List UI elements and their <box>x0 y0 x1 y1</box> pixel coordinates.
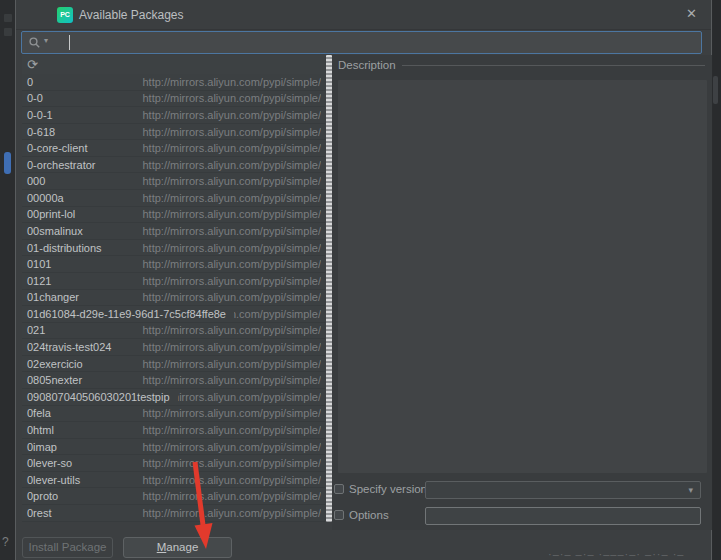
pycharm-icon: PC <box>57 7 73 23</box>
package-repo-url: http://mirrors.aliyun.com/pypi/simple/ <box>143 490 322 502</box>
list-item[interactable]: 0-618http://mirrors.aliyun.com/pypi/simp… <box>22 124 325 141</box>
search-input[interactable] <box>78 33 692 54</box>
package-repo-url: http://mirrors.aliyun.com/pypi/simple/ <box>143 374 322 386</box>
package-list: 0http://mirrors.aliyun.com/pypi/simple/0… <box>22 74 325 522</box>
package-name: 0121 <box>27 275 51 287</box>
list-item[interactable]: 00000ahttp://mirrors.aliyun.com/pypi/sim… <box>22 190 325 207</box>
annotation-arrow <box>185 455 225 555</box>
list-item[interactable]: 021http://mirrors.aliyun.com/pypi/simple… <box>22 323 325 340</box>
package-name: 0-618 <box>27 126 55 138</box>
close-icon[interactable]: ✕ <box>686 6 697 21</box>
reload-icon[interactable]: ⟳ <box>27 56 38 73</box>
package-repo-url: http://mirrors.aliyun.com/pypi/simple/ <box>143 192 322 204</box>
package-repo-url: http://mirrors.aliyun.com/pypi/simple/ <box>143 424 322 436</box>
package-list-pane: ⟳ 0http://mirrors.aliyun.com/pypi/simple… <box>22 55 325 522</box>
list-item[interactable]: 0lever-sohttp://mirrors.aliyun.com/pypi/… <box>22 455 325 472</box>
package-repo-url: http://mirrors.aliyun.com/pypi/simple/ <box>143 441 322 453</box>
background-toolbar-icon <box>4 14 12 22</box>
list-item[interactable]: 0htmlhttp://mirrors.aliyun.com/pypi/simp… <box>22 422 325 439</box>
search-history-arrow-icon[interactable]: ▾ <box>44 36 48 45</box>
version-combobox[interactable]: ▾ <box>425 481 701 499</box>
list-item[interactable]: 0-0-1http://mirrors.aliyun.com/pypi/simp… <box>22 107 325 124</box>
package-name: 0805nexter <box>27 374 82 386</box>
description-group-header: Description <box>332 57 712 73</box>
list-item[interactable]: 0-orchestratorhttp://mirrors.aliyun.com/… <box>22 157 325 174</box>
list-item[interactable]: 0101http://mirrors.aliyun.com/pypi/simpl… <box>22 256 325 273</box>
list-item[interactable]: 090807040506030201testpiphttp://mirrors.… <box>22 389 325 406</box>
package-name: 0101 <box>27 258 51 270</box>
list-item[interactable]: 0-core-clienthttp://mirrors.aliyun.com/p… <box>22 140 325 157</box>
list-item[interactable]: 0805nexterhttp://mirrors.aliyun.com/pypi… <box>22 372 325 389</box>
background-right-strip <box>713 0 721 560</box>
list-item[interactable]: 00smalinuxhttp://mirrors.aliyun.com/pypi… <box>22 223 325 240</box>
list-item[interactable]: 0121http://mirrors.aliyun.com/pypi/simpl… <box>22 273 325 290</box>
package-name: 090807040506030201testpip <box>27 391 170 403</box>
list-item[interactable]: 000http://mirrors.aliyun.com/pypi/simple… <box>22 173 325 190</box>
package-name: 00000a <box>27 192 64 204</box>
package-name: 021 <box>27 324 45 336</box>
search-field[interactable]: ▾ <box>21 31 702 54</box>
list-item[interactable]: 01changerhttp://mirrors.aliyun.com/pypi/… <box>22 290 325 307</box>
specify-version-checkbox[interactable] <box>334 484 344 494</box>
screenshot-canvas: ? PC Available Packages ✕ ▾ ⟳ 0http://mi… <box>0 0 721 560</box>
package-name: 01d61084-d29e-11e9-96d1-7c5cf84ffe8e <box>27 308 226 320</box>
list-toolbar: ⟳ <box>22 55 325 74</box>
list-item[interactable]: 02exerciciohttp://mirrors.aliyun.com/pyp… <box>22 356 325 373</box>
list-item[interactable]: 0http://mirrors.aliyun.com/pypi/simple/ <box>22 74 325 91</box>
package-repo-url: http://mirrors.aliyun.com/pypi/simple/ <box>143 142 322 154</box>
package-repo-url: http://mirrors.aliyun.com/pypi/simple/ <box>143 76 322 88</box>
package-repo-url: http://mirrors.aliyun.com/pypi/simple/ <box>143 341 322 353</box>
dialog-title: Available Packages <box>79 8 184 22</box>
package-repo-url: http://mirrors.aliyun.com/pypi/simple/ <box>178 391 321 403</box>
list-item[interactable]: 01-distributionshttp://mirrors.aliyun.co… <box>22 240 325 257</box>
clipped-watermark: ·–·– –·– ·–––·–· –··– ·– <box>548 548 714 560</box>
package-repo-url: http://mirrors.aliyun.com/pypi/simple/ <box>143 258 322 270</box>
background-scrollbar-thumb <box>713 76 718 104</box>
package-name: 0imap <box>27 441 57 453</box>
package-name: 00print-lol <box>27 208 75 220</box>
list-item[interactable]: 00print-lolhttp://mirrors.aliyun.com/pyp… <box>22 207 325 224</box>
list-item[interactable]: 01d61084-d29e-11e9-96d1-7c5cf84ffe8es.al… <box>22 306 325 323</box>
dialog-titlebar: PC Available Packages ✕ <box>16 0 711 30</box>
list-item[interactable]: 0felahttp://mirrors.aliyun.com/pypi/simp… <box>22 406 325 423</box>
install-package-button[interactable]: Install Package <box>22 537 113 558</box>
package-repo-url: http://mirrors.aliyun.com/pypi/simple/ <box>143 159 322 171</box>
package-repo-url: http://mirrors.aliyun.com/pypi/simple/ <box>143 242 322 254</box>
package-name: 0-0 <box>27 92 43 104</box>
package-repo-url: http://mirrors.aliyun.com/pypi/simple/ <box>143 507 322 519</box>
list-item[interactable]: 024travis-test024http://mirrors.aliyun.c… <box>22 339 325 356</box>
package-name: 0html <box>27 424 54 436</box>
package-name: 024travis-test024 <box>27 341 111 353</box>
options-input[interactable] <box>425 507 701 525</box>
package-name: 0proto <box>27 490 58 502</box>
options-label: Options <box>349 509 389 521</box>
package-repo-url: http://mirrors.aliyun.com/pypi/simple/ <box>143 358 322 370</box>
package-repo-url: http://mirrors.aliyun.com/pypi/simple/ <box>143 457 322 469</box>
options-checkbox[interactable] <box>334 510 344 520</box>
list-item[interactable]: 0lever-utilshttp://mirrors.aliyun.com/py… <box>22 472 325 489</box>
package-name: 01changer <box>27 291 79 303</box>
package-name: 0lever-so <box>27 457 72 469</box>
package-repo-url: http://mirrors.aliyun.com/pypi/simple/ <box>143 407 322 419</box>
package-name: 01-distributions <box>27 242 102 254</box>
help-icon: ? <box>2 535 9 549</box>
list-item[interactable]: 0-0http://mirrors.aliyun.com/pypi/simple… <box>22 91 325 108</box>
description-panel <box>338 80 707 473</box>
background-left-strip: ? <box>0 0 15 560</box>
chevron-down-icon: ▾ <box>688 485 693 495</box>
package-repo-url: http://mirrors.aliyun.com/pypi/simple/ <box>143 324 322 336</box>
package-name: 0 <box>27 76 33 88</box>
list-item[interactable]: 0protohttp://mirrors.aliyun.com/pypi/sim… <box>22 488 325 505</box>
search-icon <box>28 36 42 54</box>
description-label: Description <box>338 59 396 71</box>
background-toolbar-icon <box>4 28 12 36</box>
package-name: 0-core-client <box>27 142 88 154</box>
list-item[interactable]: 0resthttp://mirrors.aliyun.com/pypi/simp… <box>22 505 325 522</box>
package-repo-url: http://mirrors.aliyun.com/pypi/simple/ <box>143 474 322 486</box>
text-caret <box>69 35 70 50</box>
description-divider <box>402 65 705 66</box>
list-item[interactable]: 0imaphttp://mirrors.aliyun.com/pypi/simp… <box>22 439 325 456</box>
package-repo-url: http://mirrors.aliyun.com/pypi/simple/ <box>143 92 322 104</box>
package-repo-url: http://mirrors.aliyun.com/pypi/simple/ <box>143 275 322 287</box>
package-name: 02exercicio <box>27 358 83 370</box>
